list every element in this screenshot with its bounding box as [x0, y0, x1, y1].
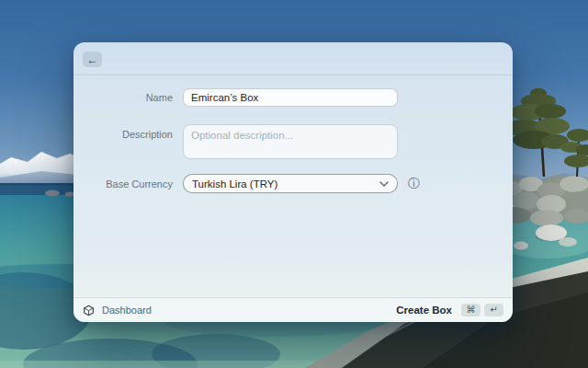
base-currency-value: Turkish Lira (TRY) — [192, 178, 277, 190]
back-arrow-icon: ← — [87, 54, 98, 65]
back-button[interactable]: ← — [83, 52, 102, 67]
name-row: Name — [74, 88, 513, 107]
info-icon[interactable]: ⓘ — [408, 178, 420, 190]
create-box-button[interactable]: Create Box — [396, 305, 452, 316]
app-window: ← Name Description Base Currency Turkish… — [74, 42, 513, 322]
description-label: Description — [74, 124, 173, 140]
window-header: ← — [74, 42, 513, 75]
name-input[interactable] — [183, 88, 398, 107]
window-footer: Dashboard Create Box ⌘ ↵ — [74, 297, 513, 322]
footer-action-area: Create Box ⌘ ↵ — [396, 304, 503, 316]
base-currency-label: Base Currency — [74, 178, 173, 190]
return-key-icon: ↵ — [484, 304, 503, 316]
command-key-icon: ⌘ — [461, 304, 481, 316]
name-label: Name — [74, 92, 173, 103]
chevron-down-icon — [379, 181, 389, 187]
footer-app-area: Dashboard — [83, 305, 152, 316]
box-icon — [83, 305, 95, 316]
description-input[interactable] — [183, 124, 398, 159]
footer-app-label: Dashboard — [102, 305, 152, 316]
description-row: Description — [74, 124, 513, 159]
base-currency-row: Base Currency Turkish Lira (TRY) ⓘ — [74, 174, 513, 193]
base-currency-select[interactable]: Turkish Lira (TRY) — [183, 174, 398, 193]
